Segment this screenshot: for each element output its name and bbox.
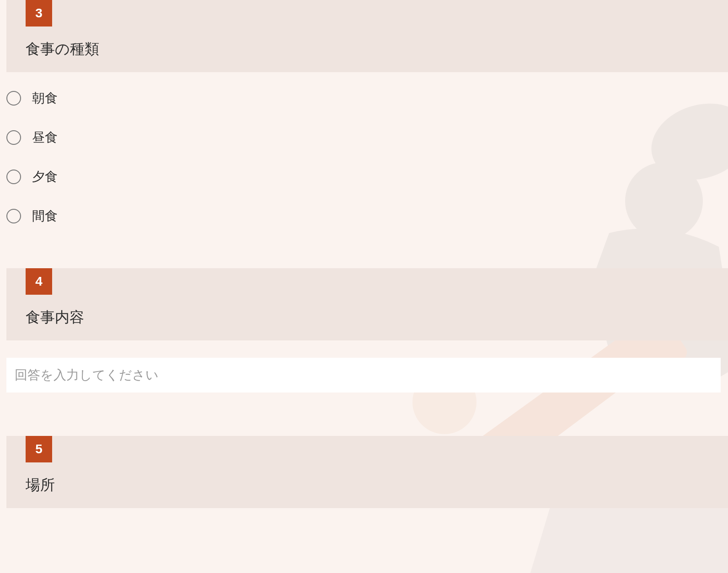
question-3-header: 3 食事の種類 [6,0,728,72]
radio-icon [6,91,21,106]
question-4-title: 食事内容 [26,308,728,328]
question-5-title: 場所 [26,475,728,495]
question-4: 4 食事内容 [6,268,728,393]
form-container: 3 食事の種類 朝食 昼食 夕食 間食 4 食事内容 [0,0,728,536]
question-4-input[interactable] [6,358,721,393]
radio-icon [6,209,21,223]
question-4-header: 4 食事内容 [6,268,728,340]
radio-option-dinner[interactable]: 夕食 [6,168,728,186]
question-3-body: 朝食 昼食 夕食 間食 [6,72,728,225]
question-number-badge: 5 [26,436,52,462]
radio-icon [6,170,21,184]
question-number-badge: 3 [26,0,52,27]
question-3: 3 食事の種類 朝食 昼食 夕食 間食 [6,0,728,225]
radio-option-lunch[interactable]: 昼食 [6,129,728,146]
radio-label: 間食 [32,207,58,225]
radio-label: 夕食 [32,168,58,186]
radio-option-snack[interactable]: 間食 [6,207,728,225]
question-5-header: 5 場所 [6,436,728,508]
radio-label: 昼食 [32,129,58,146]
question-3-title: 食事の種類 [26,39,728,59]
radio-option-breakfast[interactable]: 朝食 [6,90,728,107]
question-5: 5 場所 [6,436,728,508]
radio-icon [6,130,21,145]
radio-label: 朝食 [32,90,58,107]
question-number-badge: 4 [26,268,52,295]
